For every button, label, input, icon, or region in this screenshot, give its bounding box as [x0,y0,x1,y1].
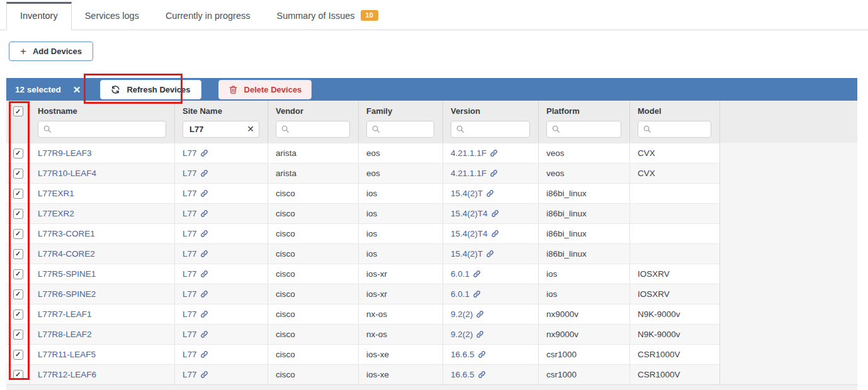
filter-site: ✕ [183,121,259,138]
site-link[interactable]: L77 [183,269,208,279]
hostname-link[interactable]: L77R11-LEAF5 [38,350,96,359]
tab-currently-in-progress[interactable]: Currently in progress [152,3,264,30]
delete-devices-button[interactable]: Delete Devices [218,80,312,99]
site-link[interactable]: L77 [183,249,208,259]
version-link[interactable]: 4.21.1.1F [451,169,498,178]
row-checkbox[interactable]: ✓ [13,189,23,199]
filter-vendor [276,121,350,138]
tab-inventory[interactable]: Inventory [6,2,72,30]
table-row: ✓L77R8-LEAF2L77cisconx-os9.2(2)nx9000vN9… [6,324,857,344]
select-all-checkbox[interactable]: ✓ [13,106,23,116]
cell-filler [719,143,857,163]
family-value: nx-os [366,330,387,339]
column-label-family: Family [366,106,442,116]
site-link[interactable]: L77 [183,169,208,178]
version-link[interactable]: 6.0.1 [451,289,481,299]
hostname-link[interactable]: L77R7-LEAF1 [38,309,92,319]
row-checkbox[interactable]: ✓ [13,148,23,159]
table-row: ✓L77R5-SPINE1L77ciscoios-xr6.0.1iosIOSXR… [6,264,857,284]
row-checkbox[interactable]: ✓ [13,309,23,320]
column-label-vendor: Vendor [276,106,358,116]
filter-input-hostname[interactable] [38,121,166,138]
delete-devices-label: Delete Devices [244,85,302,94]
header-cell-hostname: Hostname [30,101,174,143]
cell-model: N9K-9000v [629,324,719,344]
version-link[interactable]: 16.6.5 [451,350,486,359]
cell-family: eos [358,163,442,183]
site-link[interactable]: L77 [183,189,208,198]
version-link[interactable]: 15.4(2)T4 [451,209,499,218]
row-checkbox[interactable]: ✓ [13,330,23,340]
refresh-devices-button[interactable]: Refresh Devices [100,80,201,99]
platform-value: i86bi_linux [546,229,587,238]
site-link[interactable]: L77 [183,229,208,238]
hostname-link[interactable]: L77R10-LEAF4 [38,169,96,178]
row-checkbox[interactable]: ✓ [13,350,23,360]
version-link[interactable]: 15.4(2)T4 [451,229,499,238]
hostname-link[interactable]: L77R3-CORE1 [38,229,95,238]
cell-hostname: L77R12-LEAF6 [30,364,174,384]
table-row: ✓L77R9-LEAF3L77aristaeos4.21.1.1FveosCVX [6,143,857,163]
site-link[interactable]: L77 [183,350,208,359]
version-link[interactable]: 9.2(2) [451,330,484,339]
selection-toolbar: 12 selected ✕ Refresh Devices Delete Dev… [6,78,857,101]
filter-hostname [38,121,166,138]
column-label-model: Model [638,106,719,116]
cell-site: L77 [174,203,268,223]
cell-platform: nx9000v [538,324,629,344]
version-link[interactable]: 16.6.5 [451,370,486,379]
link-icon [478,370,486,379]
version-link[interactable]: 6.0.1 [451,269,481,279]
hostname-link[interactable]: L77EXR1 [38,189,74,198]
hostname-link[interactable]: L77R12-LEAF6 [38,370,96,379]
version-link[interactable]: 4.21.1.1F [451,148,498,158]
platform-value: ios [546,289,557,299]
cell-version: 4.21.1.1F [442,143,538,163]
link-icon [200,169,208,177]
row-checkbox[interactable]: ✓ [13,269,23,279]
cell-hostname: L77R3-CORE1 [30,223,174,243]
close-icon[interactable]: ✕ [73,85,81,94]
row-checkbox[interactable]: ✓ [13,229,23,239]
site-link[interactable]: L77 [183,370,208,379]
cell-version: 6.0.1 [442,284,538,304]
vendor-value: cisco [276,189,295,198]
hostname-link[interactable]: L77R9-LEAF3 [38,148,92,158]
tab-summary-of-issues[interactable]: Summary of Issues 10 [263,2,391,30]
link-icon [200,149,208,157]
add-devices-button[interactable]: + Add Devices [9,42,93,61]
row-select-cell: ✓ [6,163,30,183]
site-link[interactable]: L77 [183,289,208,299]
site-link[interactable]: L77 [183,209,208,218]
row-checkbox[interactable]: ✓ [13,209,23,219]
cell-filler [719,264,857,284]
cell-hostname: L77R7-LEAF1 [30,304,174,324]
hostname-link[interactable]: L77R8-LEAF2 [38,330,92,339]
hostname-link[interactable]: L77EXR2 [38,209,74,218]
search-icon [551,125,560,133]
family-value: ios-xe [366,370,389,379]
link-icon [200,270,208,278]
row-checkbox[interactable]: ✓ [13,289,23,299]
clear-filter-icon[interactable]: ✕ [247,124,254,134]
version-link[interactable]: 15.4(2)T [451,249,494,259]
cell-model [629,223,719,243]
version-link[interactable]: 9.2(2) [451,309,484,319]
link-icon [491,209,499,218]
row-checkbox[interactable]: ✓ [13,169,23,179]
hostname-link[interactable]: L77R4-CORE2 [38,249,95,259]
row-checkbox[interactable]: ✓ [13,370,23,380]
cell-filler [719,364,857,384]
site-link[interactable]: L77 [183,330,208,339]
hostname-link[interactable]: L77R6-SPINE2 [38,289,96,299]
site-link[interactable]: L77 [183,309,208,319]
search-icon [281,125,290,133]
column-label-version: Version [451,106,538,116]
hostname-link[interactable]: L77R5-SPINE1 [38,269,96,279]
site-link[interactable]: L77 [183,148,208,158]
cell-filler [719,203,857,223]
version-link[interactable]: 15.4(2)T [451,189,494,198]
search-icon [371,125,380,133]
row-checkbox[interactable]: ✓ [13,249,23,259]
tab-services-logs[interactable]: Services logs [72,3,152,30]
